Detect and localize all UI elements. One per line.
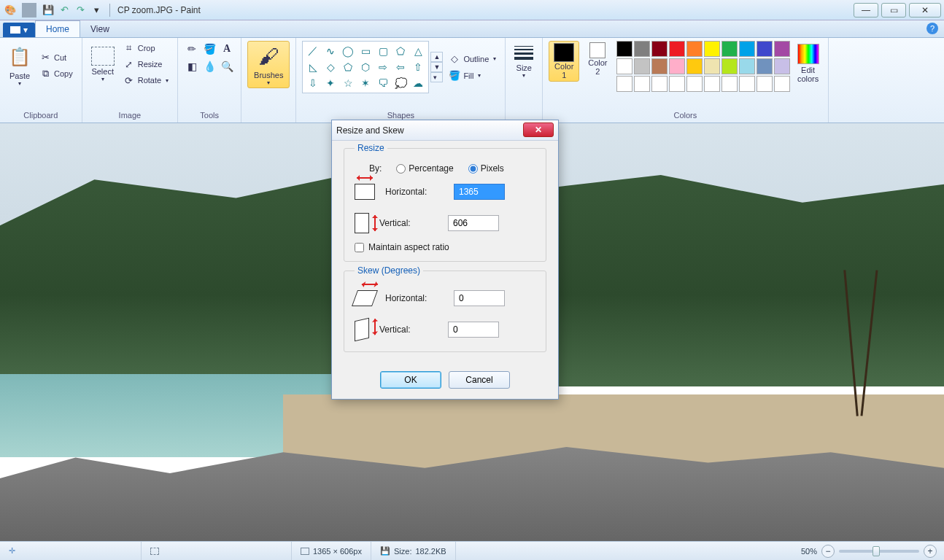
palette-swatch[interactable]: [634, 76, 650, 92]
shape-callout-cloud[interactable]: ☁: [410, 76, 426, 90]
redo-icon[interactable]: ↷: [73, 3, 88, 18]
palette-swatch[interactable]: [704, 58, 720, 74]
resize-vertical-input[interactable]: [448, 215, 499, 231]
shape-arrow-l[interactable]: ⇦: [392, 60, 409, 74]
shape-arrow-u[interactable]: ⇧: [410, 60, 426, 74]
maintain-aspect-checkbox[interactable]: [355, 243, 364, 252]
shape-polygon[interactable]: ⬠: [392, 44, 409, 58]
fill-tool[interactable]: 🪣: [201, 41, 217, 57]
palette-swatch[interactable]: [686, 58, 703, 74]
palette-swatch[interactable]: [634, 41, 650, 57]
shape-rect[interactable]: ▭: [357, 44, 374, 58]
percentage-radio[interactable]: Percentage: [396, 163, 453, 174]
palette-swatch[interactable]: [721, 58, 738, 74]
shape-arrow-r[interactable]: ⇨: [375, 60, 391, 74]
cut-button[interactable]: ✂Cut: [36, 50, 76, 65]
dialog-titlebar[interactable]: Resize and Skew ✕: [332, 120, 558, 141]
shape-fill-button[interactable]: 🪣Fill▾: [446, 69, 499, 83]
file-tab[interactable]: ▾: [3, 23, 35, 37]
palette-swatch[interactable]: [739, 58, 755, 74]
palette-swatch[interactable]: [774, 58, 790, 74]
minimize-button[interactable]: —: [854, 3, 878, 18]
brushes-button[interactable]: 🖌 Brushes ▾: [247, 41, 290, 88]
save-icon[interactable]: 💾: [41, 3, 55, 18]
zoom-slider-thumb[interactable]: [873, 546, 880, 556]
palette-swatch[interactable]: [616, 41, 632, 57]
text-tool[interactable]: A: [219, 41, 235, 57]
shape-pentagon[interactable]: ⬠: [340, 60, 356, 74]
tab-home[interactable]: Home: [35, 20, 80, 37]
help-icon[interactable]: ?: [926, 23, 938, 34]
shape-hexagon[interactable]: ⬡: [357, 60, 374, 74]
palette-swatch[interactable]: [686, 41, 703, 57]
palette-swatch[interactable]: [739, 76, 755, 92]
shape-callout-oval[interactable]: 💭: [392, 76, 409, 90]
palette-swatch[interactable]: [774, 76, 790, 92]
size-button[interactable]: Size ▾: [511, 41, 536, 82]
shapes-scroll-up-icon[interactable]: ▲: [430, 52, 443, 62]
rotate-button[interactable]: ⟳Rotate▾: [120, 73, 171, 88]
shape-outline-button[interactable]: ◇Outline▾: [446, 52, 499, 66]
shape-diamond[interactable]: ◇: [322, 60, 338, 74]
color1-button[interactable]: Color 1: [549, 41, 579, 82]
palette-swatch[interactable]: [616, 76, 632, 92]
palette-swatch[interactable]: [686, 76, 703, 92]
zoom-in-button[interactable]: +: [924, 545, 937, 558]
tab-view[interactable]: View: [80, 21, 120, 37]
resize-horizontal-input[interactable]: [454, 184, 505, 200]
dialog-close-button[interactable]: ✕: [523, 122, 554, 137]
picker-tool[interactable]: 💧: [201, 58, 217, 74]
shapes-gallery[interactable]: ／∿◯▭▢⬠△ ◺◇⬠⬡⇨⇦⇧ ⇩✦☆✶🗨💭☁: [302, 41, 429, 93]
palette-swatch[interactable]: [669, 41, 685, 57]
zoom-out-button[interactable]: −: [821, 545, 835, 558]
shape-callout-rect[interactable]: 🗨: [375, 76, 391, 90]
close-button[interactable]: ✕: [909, 3, 941, 18]
ok-button[interactable]: OK: [380, 371, 441, 389]
palette-swatch[interactable]: [757, 76, 773, 92]
palette-swatch[interactable]: [651, 58, 668, 74]
shapes-scroll-down-icon[interactable]: ▼: [430, 62, 443, 72]
palette-swatch[interactable]: [651, 41, 668, 57]
shape-roundrect[interactable]: ▢: [375, 44, 391, 58]
shapes-more-icon[interactable]: ▾: [430, 72, 443, 82]
zoom-slider[interactable]: [839, 550, 919, 553]
shape-triangle[interactable]: △: [410, 44, 426, 58]
paste-button[interactable]: 📋 Paste ▾: [6, 41, 34, 90]
select-button[interactable]: Select ▾: [88, 44, 117, 85]
cancel-button[interactable]: Cancel: [449, 371, 510, 389]
maximize-button[interactable]: ▭: [881, 3, 906, 18]
palette-swatch[interactable]: [704, 41, 720, 57]
shape-star4[interactable]: ✦: [322, 76, 338, 90]
palette-swatch[interactable]: [774, 41, 790, 57]
skew-horizontal-input[interactable]: [454, 290, 505, 306]
pixels-radio[interactable]: Pixels: [468, 163, 504, 174]
palette-swatch[interactable]: [669, 58, 685, 74]
shape-star6[interactable]: ✶: [357, 76, 374, 90]
shape-curve[interactable]: ∿: [322, 44, 338, 58]
palette-swatch[interactable]: [721, 41, 738, 57]
palette-swatch[interactable]: [634, 58, 650, 74]
copy-button[interactable]: ⧉Copy: [36, 66, 76, 81]
edit-colors-button[interactable]: Edit colors: [794, 41, 822, 86]
resize-button[interactable]: ⤢Resize: [120, 57, 171, 71]
undo-icon[interactable]: ↶: [57, 3, 71, 18]
qat-customize-icon[interactable]: ▾: [89, 3, 104, 18]
palette-swatch[interactable]: [669, 76, 685, 92]
color2-button[interactable]: Color 2: [584, 41, 611, 77]
shape-star5[interactable]: ☆: [340, 76, 356, 90]
palette-swatch[interactable]: [757, 41, 773, 57]
magnifier-tool[interactable]: 🔍: [219, 58, 235, 74]
palette-swatch[interactable]: [721, 76, 738, 92]
skew-vertical-input[interactable]: [448, 322, 499, 338]
shape-arrow-d[interactable]: ⇩: [305, 76, 321, 90]
pencil-tool[interactable]: ✏: [184, 41, 200, 57]
palette-swatch[interactable]: [739, 41, 755, 57]
palette-swatch[interactable]: [704, 76, 720, 92]
eraser-tool[interactable]: ◧: [184, 58, 200, 74]
shape-oval[interactable]: ◯: [340, 44, 356, 58]
shape-rtriangle[interactable]: ◺: [305, 60, 321, 74]
palette-swatch[interactable]: [757, 58, 773, 74]
palette-swatch[interactable]: [651, 76, 668, 92]
crop-button[interactable]: ⌗Crop: [120, 41, 171, 55]
palette-swatch[interactable]: [616, 58, 632, 74]
